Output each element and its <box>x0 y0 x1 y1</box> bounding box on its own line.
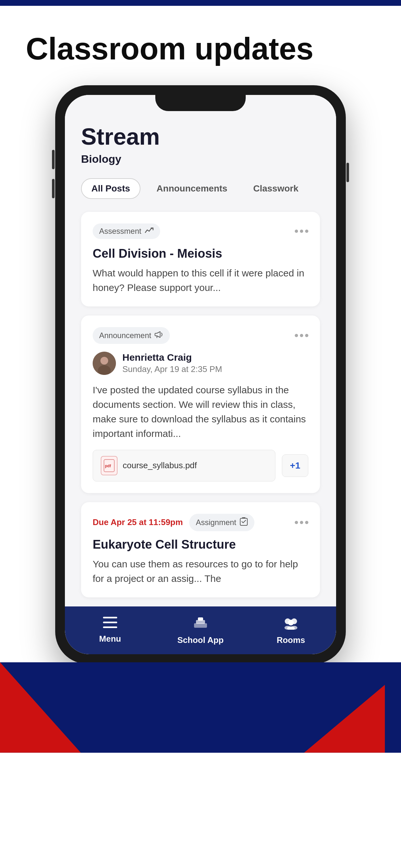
nav-rooms[interactable]: Rooms <box>246 607 336 654</box>
pdf-filename: course_syllabus.pdf <box>123 461 197 470</box>
card-announcement-more[interactable] <box>295 334 308 337</box>
top-status-bar <box>0 0 401 6</box>
phone-mockup: Stream Biology All Posts Announcements C… <box>55 85 346 664</box>
school-icon <box>192 616 209 632</box>
svg-rect-11 <box>198 617 203 621</box>
card-assignment-more[interactable] <box>295 521 308 524</box>
nav-rooms-label: Rooms <box>277 635 305 645</box>
page-title: Classroom updates <box>26 32 375 66</box>
svg-point-1 <box>100 357 108 365</box>
page-wrapper: Classroom updates Stream Biology <box>0 0 401 868</box>
tabs-row: All Posts Announcements Classwork <box>81 178 320 199</box>
attachment-extra-count[interactable]: +1 <box>282 454 308 477</box>
svg-rect-8 <box>103 626 117 628</box>
pdf-icon: pdf <box>101 456 118 475</box>
card-announcement: Announcement <box>81 315 320 493</box>
avatar-image <box>93 352 116 375</box>
announcement-tag: Announcement <box>93 327 170 344</box>
announcement-tag-label: Announcement <box>99 331 151 340</box>
svg-point-14 <box>288 620 294 625</box>
assignment-tag-label: Assignment <box>196 518 236 527</box>
card-assignment-title: Eukaryote Cell Structure <box>93 538 308 552</box>
card-assessment: Assessment <box>81 212 320 306</box>
screen-content: Stream Biology All Posts Announcements C… <box>65 95 336 597</box>
card-assessment-header: Assessment <box>93 223 308 239</box>
author-date: Sunday, Apr 19 at 2:35 PM <box>122 364 222 374</box>
card-announcement-header: Announcement <box>93 327 308 344</box>
author-name: Henrietta Craig <box>122 352 222 363</box>
nav-menu-label: Menu <box>99 634 121 644</box>
tab-classwork[interactable]: Classwork <box>243 178 308 199</box>
side-button-power <box>346 163 349 182</box>
bottom-red-right-shape <box>304 662 385 753</box>
phone-screen: Stream Biology All Posts Announcements C… <box>65 95 336 654</box>
svg-rect-9 <box>194 623 207 628</box>
stream-title: Stream <box>81 124 320 150</box>
card-assignment-header: Due Apr 25 at 11:59pm Assignment <box>93 514 308 531</box>
svg-rect-7 <box>103 622 117 623</box>
phone-notch <box>155 95 246 111</box>
assessment-tag-label: Assessment <box>99 227 142 236</box>
card-assessment-more[interactable] <box>295 229 308 233</box>
side-button-vol-up <box>52 150 55 169</box>
bottom-red-left-shape <box>0 662 81 753</box>
card-assignment-body: You can use them as resources to go to f… <box>93 557 308 586</box>
pdf-attachment[interactable]: pdf course_syllabus.pdf <box>93 450 275 482</box>
menu-icon <box>103 617 117 631</box>
side-button-vol-down <box>52 179 55 198</box>
nav-school-label: School App <box>177 635 223 645</box>
nav-menu[interactable]: Menu <box>65 607 155 654</box>
stream-heading: Stream Biology <box>81 124 320 165</box>
svg-rect-6 <box>103 617 117 618</box>
svg-text:pdf: pdf <box>105 464 112 468</box>
assessment-tag: Assessment <box>93 223 160 239</box>
clipboard-icon <box>240 517 248 528</box>
tab-all-posts[interactable]: All Posts <box>81 178 141 199</box>
nav-school-app[interactable]: School App <box>155 607 246 654</box>
stream-subject: Biology <box>81 153 320 165</box>
author-info: Henrietta Craig Sunday, Apr 19 at 2:35 P… <box>122 352 222 374</box>
main-area: Classroom updates Stream Biology <box>0 6 401 664</box>
tab-announcements[interactable]: Announcements <box>147 178 237 199</box>
rooms-icon <box>282 616 299 632</box>
megaphone-icon <box>154 330 163 341</box>
bottom-nav: Menu School App <box>65 607 336 654</box>
card-assignment: Due Apr 25 at 11:59pm Assignment <box>81 502 320 597</box>
assignment-tag: Assignment <box>189 514 254 531</box>
attachment-row: pdf course_syllabus.pdf +1 <box>93 450 308 482</box>
chart-icon <box>145 227 154 236</box>
phone-wrapper: Stream Biology All Posts Announcements C… <box>26 85 375 664</box>
bottom-area <box>0 662 401 753</box>
due-date: Due Apr 25 at 11:59pm <box>93 517 183 527</box>
avatar <box>93 352 116 375</box>
card-assessment-title: Cell Division - Meiosis <box>93 247 308 260</box>
card-announcement-body: I've posted the updated course syllabus … <box>93 383 308 441</box>
card-assessment-body: What would happen to this cell if it wer… <box>93 266 308 295</box>
author-row: Henrietta Craig Sunday, Apr 19 at 2:35 P… <box>93 352 308 375</box>
